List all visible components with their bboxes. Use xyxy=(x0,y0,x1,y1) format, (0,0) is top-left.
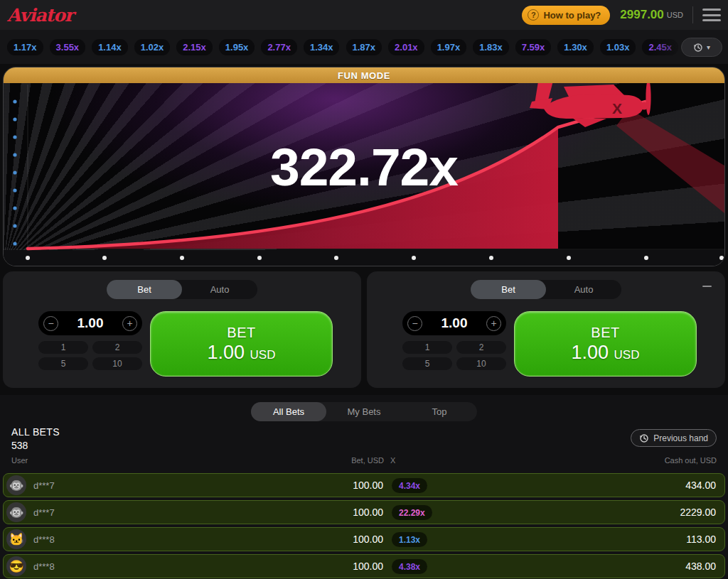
multiplier-badge: 4.38x xyxy=(392,559,427,574)
tab-auto[interactable]: Auto xyxy=(182,280,257,299)
bet-auto-toggle: Bet Auto xyxy=(107,280,257,299)
bets-table: 🐵 d***7 100.00 4.34x 434.00 🐵 d***7 100.… xyxy=(0,473,728,578)
bet-button-label: BET xyxy=(591,325,619,341)
tab-auto[interactable]: Auto xyxy=(546,280,621,299)
increase-button[interactable]: + xyxy=(486,316,501,331)
bet-panels: Bet Auto − 1.00 + 1 2 5 10 BET 1.00 xyxy=(3,271,725,388)
bet-button-currency: USD xyxy=(614,348,640,362)
bet-button-currency: USD xyxy=(250,348,276,362)
question-icon: ? xyxy=(528,9,539,21)
quick-amount-10[interactable]: 10 xyxy=(92,357,142,370)
history-multiplier: 2.15x xyxy=(176,39,213,55)
history-multiplier: 1.34x xyxy=(304,39,340,55)
previous-hand-clock-icon xyxy=(639,433,649,443)
bets-header: ALL BETS 538 Previous hand xyxy=(0,425,728,456)
menu-icon xyxy=(702,9,721,11)
amount-controls: − 1.00 + 1 2 5 10 xyxy=(38,311,142,377)
history-multiplier: 1.03x xyxy=(600,39,636,55)
quick-amount-2[interactable]: 2 xyxy=(456,341,506,354)
history-multiplier: 7.59x xyxy=(515,39,552,55)
avatar: 🐱 xyxy=(6,529,26,549)
game-area: FUN MODE X xyxy=(3,67,725,266)
amount-controls: − 1.00 + 1 2 5 10 xyxy=(402,311,506,377)
multiplier-badge: 1.13x xyxy=(392,532,427,547)
history-multiplier: 1.97x xyxy=(431,39,467,55)
increase-button[interactable]: + xyxy=(122,316,137,331)
tab-my-bets[interactable]: My Bets xyxy=(326,402,402,421)
balance-value: 2997.00 xyxy=(620,8,663,22)
balance-currency: USD xyxy=(667,11,683,19)
aviator-logo: Aviator xyxy=(7,5,73,26)
multiplier-badge: 4.34x xyxy=(392,478,427,493)
remove-panel-icon[interactable] xyxy=(702,281,712,291)
history-expand-button[interactable]: ▾ xyxy=(681,38,722,57)
history-multiplier: 1.02x xyxy=(134,39,171,55)
menu-button[interactable] xyxy=(702,9,721,21)
how-to-play-label: How to play? xyxy=(543,10,601,21)
tab-all-bets[interactable]: All Bets xyxy=(251,402,326,421)
amount-stepper: − 1.00 + xyxy=(38,311,142,335)
decrease-button[interactable]: − xyxy=(43,316,58,331)
avatar: 🐵 xyxy=(6,502,26,522)
cashout-value: 434.00 xyxy=(685,480,716,491)
quick-amount-1[interactable]: 1 xyxy=(402,341,452,354)
bets-section: All Bets My Bets Top ALL BETS 538 Previo… xyxy=(0,395,728,579)
plane-marking: X xyxy=(612,100,622,117)
quick-amounts: 1 2 5 10 xyxy=(38,341,142,370)
bet-button-amount: 1.00 xyxy=(208,342,245,363)
bet-value: 100.00 xyxy=(353,507,383,518)
x-axis-strip xyxy=(4,250,724,266)
bets-tabs: All Bets My Bets Top xyxy=(251,402,477,421)
all-bets-title: ALL BETS xyxy=(11,426,60,438)
quick-amount-5[interactable]: 5 xyxy=(38,357,88,370)
multiplier-history-bar: 1.17x3.55x1.14x1.02x2.15x1.95x2.77x1.34x… xyxy=(0,30,728,64)
bet-value: 100.00 xyxy=(353,480,383,491)
amount-stepper: − 1.00 + xyxy=(402,311,506,335)
tab-bet[interactable]: Bet xyxy=(107,280,182,299)
table-row: 🐱 d***8 100.00 1.13x 113.00 xyxy=(3,527,725,551)
bet-value: 100.00 xyxy=(353,561,383,572)
username: d***7 xyxy=(33,507,55,518)
multiplier-badge: 22.29x xyxy=(392,505,432,520)
quick-amounts: 1 2 5 10 xyxy=(402,341,506,370)
previous-hand-button[interactable]: Previous hand xyxy=(631,429,717,447)
bet-value: 100.00 xyxy=(353,534,383,545)
how-to-play-button[interactable]: ? How to play? xyxy=(522,6,610,25)
history-multiplier: 1.87x xyxy=(346,39,382,55)
bet-button[interactable]: BET 1.00 USD xyxy=(150,311,333,377)
cashout-value: 113.00 xyxy=(686,534,716,545)
cashout-value: 2229.00 xyxy=(680,507,716,518)
quick-amount-5[interactable]: 5 xyxy=(402,357,452,370)
bet-button[interactable]: BET 1.00 USD xyxy=(514,311,697,377)
history-multiplier: 2.77x xyxy=(261,39,297,55)
all-bets-count: 538 xyxy=(11,440,28,451)
cashout-value: 438.00 xyxy=(685,561,716,572)
avatar: 😎 xyxy=(6,556,26,576)
bet-amount-value: 1.00 xyxy=(441,315,468,331)
history-multiplier: 1.95x xyxy=(219,39,255,55)
bet-button-amount: 1.00 xyxy=(572,342,609,363)
table-row: 🐵 d***7 100.00 4.34x 434.00 xyxy=(3,473,725,497)
table-row: 😎 d***8 100.00 4.38x 438.00 xyxy=(3,554,725,578)
column-user: User xyxy=(11,456,28,465)
quick-amount-1[interactable]: 1 xyxy=(38,341,88,354)
quick-amount-2[interactable]: 2 xyxy=(92,341,142,354)
tab-bet[interactable]: Bet xyxy=(471,280,546,299)
history-clock-icon xyxy=(693,43,703,53)
header-divider xyxy=(692,6,693,23)
column-cashout: Cash out, USD xyxy=(665,456,717,465)
column-x: X xyxy=(390,456,395,465)
username: d***8 xyxy=(33,561,55,572)
history-multiplier: 2.45x xyxy=(642,39,678,55)
quick-amount-10[interactable]: 10 xyxy=(456,357,506,370)
decrease-button[interactable]: − xyxy=(407,316,422,331)
bet-panel-right: Bet Auto − 1.00 + 1 2 5 10 BET 1.00 xyxy=(367,271,725,388)
table-column-headers: User Bet, USD X Cash out, USD xyxy=(0,456,728,467)
tab-top[interactable]: Top xyxy=(402,402,477,421)
history-multiplier: 1.14x xyxy=(92,39,128,55)
bet-button-label: BET xyxy=(227,325,255,341)
chevron-down-icon: ▾ xyxy=(707,43,710,51)
history-multiplier: 1.17x xyxy=(7,39,43,55)
bet-panel-left: Bet Auto − 1.00 + 1 2 5 10 BET 1.00 xyxy=(3,271,361,388)
previous-hand-label: Previous hand xyxy=(653,433,708,443)
